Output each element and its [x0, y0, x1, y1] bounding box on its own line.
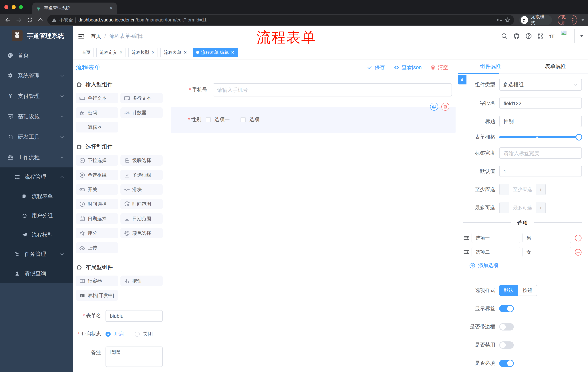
- delete-component-button[interactable]: [441, 103, 449, 111]
- remove-option-button[interactable]: [575, 248, 582, 256]
- component-chip-time-picker[interactable]: 时间选择: [76, 199, 118, 209]
- security-warning-icon[interactable]: [52, 18, 57, 22]
- add-option-button[interactable]: 添加选项: [469, 262, 582, 269]
- phone-field-row[interactable]: *手机号: [177, 83, 452, 96]
- show-label-toggle[interactable]: [499, 305, 514, 312]
- title-input[interactable]: [499, 116, 582, 127]
- tag-process-model[interactable]: 流程模型✕: [128, 48, 158, 57]
- browser-tab[interactable]: 芋道管理系统 ✕: [32, 2, 117, 14]
- component-chip-radio-group[interactable]: 单选框组: [76, 170, 118, 180]
- component-chip-upload[interactable]: 上传: [76, 242, 118, 253]
- tag-close-icon[interactable]: ✕: [184, 50, 187, 55]
- form-grid-slider[interactable]: [499, 136, 579, 138]
- font-size-icon[interactable]: tT: [549, 33, 555, 39]
- option-2-label-input[interactable]: [472, 247, 520, 257]
- drag-handle-icon[interactable]: [463, 235, 469, 241]
- component-chip-switch[interactable]: 开关: [76, 184, 118, 195]
- component-chip-button[interactable]: 按钮: [120, 276, 163, 286]
- component-chip-textarea[interactable]: 多行文本: [120, 93, 163, 103]
- sidebar-item-process-model[interactable]: 流程模型: [0, 225, 73, 244]
- component-chip-date-picker[interactable]: 日期选择: [76, 213, 118, 224]
- option-1-label-input[interactable]: [472, 233, 520, 243]
- stepper-minus-button[interactable]: −: [500, 202, 509, 213]
- drag-handle-icon[interactable]: [463, 249, 469, 255]
- tag-process-definition[interactable]: 流程定义✕: [96, 48, 126, 57]
- window-zoom-button[interactable]: [19, 5, 23, 9]
- required-toggle[interactable]: [499, 360, 514, 367]
- status-off-radio[interactable]: [135, 332, 140, 337]
- avatar-caret-icon[interactable]: [580, 35, 584, 37]
- help-icon[interactable]: [525, 33, 532, 39]
- sidebar-item-workflow[interactable]: 工作流程: [0, 147, 73, 167]
- sidebar-item-system[interactable]: 系统管理: [0, 65, 73, 86]
- search-icon[interactable]: [501, 33, 508, 39]
- stepper-plus-button[interactable]: +: [536, 202, 546, 213]
- link-chain-button[interactable]: [458, 74, 466, 85]
- sidebar-item-user-group[interactable]: 用户分组: [0, 206, 73, 225]
- sidebar-item-leave-query[interactable]: 请假查询: [0, 264, 73, 283]
- disabled-toggle[interactable]: [499, 341, 514, 349]
- sidebar-collapse-icon[interactable]: [78, 32, 85, 40]
- tag-process-form-edit[interactable]: 流程表单-编辑✕: [193, 48, 237, 57]
- default-value-input[interactable]: [499, 166, 582, 177]
- min-select-input[interactable]: [509, 184, 536, 195]
- copy-component-button[interactable]: [430, 103, 438, 111]
- sidebar-logo[interactable]: 芋道管理系统: [0, 26, 73, 45]
- tag-close-icon[interactable]: ✕: [119, 50, 123, 55]
- selected-component-gender[interactable]: *性别 选项一 选项二: [171, 107, 456, 133]
- update-browser-button[interactable]: 更新: [558, 15, 577, 25]
- tag-process-form[interactable]: 流程表单✕: [161, 48, 190, 57]
- sidebar-item-devtools[interactable]: 研发工具: [0, 127, 73, 147]
- status-on-radio[interactable]: [105, 332, 111, 337]
- sidebar-item-process-form[interactable]: 流程表单: [0, 187, 73, 206]
- tag-close-icon[interactable]: ✕: [231, 50, 234, 55]
- component-chip-cascader[interactable]: 级联选择: [120, 155, 163, 166]
- tag-home[interactable]: 首页: [79, 48, 94, 57]
- tab-component-props[interactable]: 组件属性: [458, 59, 523, 74]
- security-label[interactable]: 不安全: [59, 17, 73, 23]
- tab-form-props[interactable]: 表单属性: [523, 59, 588, 74]
- save-button[interactable]: 保存: [367, 64, 385, 71]
- component-chip-select[interactable]: 下拉选择: [76, 155, 118, 166]
- browser-menu-icon[interactable]: [572, 18, 573, 22]
- fullscreen-icon[interactable]: [537, 33, 544, 39]
- component-chip-time-range[interactable]: 时间范围: [120, 199, 163, 209]
- clear-button[interactable]: 清空: [430, 64, 448, 71]
- gender-option-1[interactable]: 选项一: [206, 117, 230, 123]
- toolbar-caret-icon[interactable]: [581, 19, 584, 21]
- view-json-button[interactable]: 查看json: [394, 64, 422, 71]
- breadcrumb-home[interactable]: 首页: [91, 32, 101, 40]
- form-name-input[interactable]: [105, 310, 163, 322]
- window-minimize-button[interactable]: [12, 5, 16, 9]
- sidebar-item-process-mgmt[interactable]: 流程管理: [0, 167, 73, 187]
- gender-option-2[interactable]: 选项二: [241, 117, 265, 123]
- status-off-label[interactable]: 关闭: [143, 331, 153, 337]
- checkbox[interactable]: [206, 117, 211, 122]
- back-icon[interactable]: [4, 17, 12, 23]
- page-url[interactable]: dashboard.yudao.iocoder.cn/bpm/manager/f…: [78, 18, 494, 22]
- stepper-plus-button[interactable]: +: [536, 184, 546, 195]
- component-type-select[interactable]: 多选框组: [499, 79, 582, 91]
- forward-icon[interactable]: [15, 17, 23, 23]
- option-2-value-input[interactable]: [523, 247, 571, 257]
- component-chip-single-text[interactable]: 单行文本: [76, 93, 118, 103]
- component-chip-password[interactable]: 密码: [76, 107, 118, 118]
- component-chip-color-picker[interactable]: 颜色选择: [120, 228, 163, 238]
- component-chip-editor[interactable]: 编辑器: [76, 122, 118, 132]
- remove-option-button[interactable]: [575, 234, 582, 242]
- field-name-input[interactable]: [499, 97, 582, 109]
- address-bar[interactable]: 不安全 dashboard.yudao.iocoder.cn/bpm/manag…: [47, 15, 514, 25]
- bordered-toggle[interactable]: [499, 323, 514, 330]
- sidebar-item-payment[interactable]: ¥ 支付管理: [0, 86, 73, 106]
- style-button-button[interactable]: 按钮: [518, 285, 537, 296]
- slider-handle[interactable]: [576, 134, 582, 140]
- sidebar-item-infra[interactable]: 基础设施: [0, 106, 73, 127]
- home-icon[interactable]: [36, 17, 45, 23]
- component-chip-table[interactable]: 表格[开发中]: [76, 290, 118, 301]
- phone-input[interactable]: [213, 83, 452, 96]
- component-chip-checkbox-group[interactable]: 多选框组: [120, 170, 163, 180]
- tag-close-icon[interactable]: ✕: [151, 50, 155, 55]
- stepper-minus-button[interactable]: −: [500, 184, 509, 195]
- reload-icon[interactable]: [25, 17, 34, 23]
- bookmark-star-icon[interactable]: [505, 17, 511, 23]
